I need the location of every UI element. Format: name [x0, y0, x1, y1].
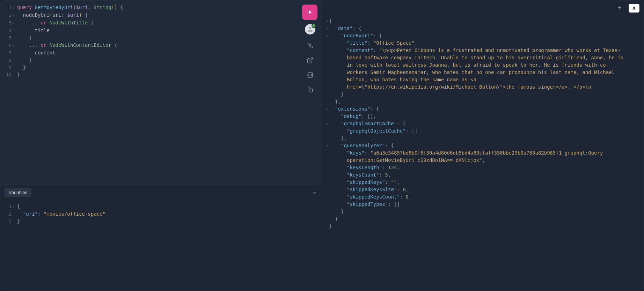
response-line: "title": "Office Space",	[322, 39, 644, 47]
fold-gutter[interactable]: ▾	[322, 142, 329, 149]
response-line: "skippedTypes": []	[322, 201, 644, 208]
code-line[interactable]: 10 }	[0, 71, 322, 79]
external-link-icon[interactable]	[307, 57, 314, 64]
response-line: "keysCount": 5,	[322, 171, 644, 179]
line-number: 2▾	[0, 12, 17, 19]
code-line[interactable]: 4 title	[0, 27, 322, 34]
code-line[interactable]: 7 content	[0, 49, 322, 57]
response-content: "title": "Office Space",	[329, 39, 437, 47]
response-line: }	[322, 91, 644, 98]
code-line[interactable]: 6▾ ... on NodeWithContentEditor {	[0, 42, 322, 49]
plus-icon	[617, 5, 622, 10]
response-content: "skippedKeysCount": 0,	[329, 193, 431, 201]
response-line: "skippedKeys": "",	[322, 179, 644, 186]
code-content[interactable]: }	[17, 34, 32, 42]
code-line[interactable]: 3▾ ... on NodeWithTitle {	[0, 19, 322, 27]
fold-gutter	[322, 39, 329, 47]
response-line: "graphqlObjectCache": []	[322, 127, 644, 135]
response-line: }	[322, 223, 644, 230]
fold-gutter	[322, 98, 329, 105]
fold-gutter	[322, 127, 329, 135]
fold-gutter	[322, 215, 329, 223]
code-content[interactable]: "uri": "movies/office-space"	[17, 210, 105, 218]
query-editor[interactable]: 1▾query GetMovieByUri($uri: String!) {2▾…	[0, 0, 322, 185]
fold-gutter[interactable]: ▾	[322, 120, 329, 127]
code-line[interactable]: 2▾ nodeByUri(uri: $uri) {	[0, 12, 322, 19]
variables-header: Variables	[0, 185, 322, 200]
fold-gutter[interactable]: ▾	[322, 25, 329, 32]
response-content: }	[329, 215, 357, 223]
response-line: }	[322, 215, 644, 223]
variables-editor[interactable]: 1▾{2 "uri": "movies/office-space"3 }	[0, 200, 322, 291]
line-number: 10	[0, 71, 17, 79]
code-content[interactable]: }	[17, 218, 20, 225]
fold-gutter	[322, 149, 329, 164]
code-content[interactable]: title	[17, 27, 50, 34]
response-line: "skippedKeysCount": 0,	[322, 193, 644, 201]
response-line: "content": "\n<p>Peter Gibbons is a frus…	[322, 47, 644, 91]
prettify-icon[interactable]	[307, 42, 314, 49]
fold-gutter[interactable]: ▾	[322, 32, 329, 39]
code-line[interactable]: 9 }	[0, 64, 322, 71]
close-button[interactable]: X	[629, 4, 639, 13]
response-content: "nodeByUri": {	[329, 32, 402, 39]
response-content: "keys": "a6a3e34857bd8b0f6f30a4d80d6eb5b…	[329, 149, 644, 164]
line-number: 2	[0, 210, 17, 218]
avatar[interactable]	[305, 24, 315, 35]
line-number: 6▾	[0, 42, 17, 49]
response-line: ▾{	[322, 17, 644, 25]
line-number: 3	[0, 218, 17, 225]
fold-gutter	[322, 208, 329, 215]
play-icon	[307, 9, 313, 15]
variables-tab[interactable]: Variables	[5, 188, 31, 197]
code-content[interactable]: {	[17, 203, 20, 210]
fold-gutter	[322, 91, 329, 98]
graphiql-app: 1▾query GetMovieByUri($uri: String!) {2▾…	[0, 0, 644, 291]
response-content: "skippedKeys": "",	[329, 179, 419, 186]
response-content: },	[329, 135, 366, 142]
user-icon	[307, 26, 314, 33]
fold-gutter	[322, 171, 329, 179]
code-content[interactable]: ... on NodeWithTitle {	[17, 19, 94, 27]
code-line[interactable]: 1▾query GetMovieByUri($uri: String!) {	[0, 4, 322, 12]
chevron-down-icon[interactable]	[312, 190, 317, 195]
response-content: "extensions": {	[329, 105, 398, 113]
code-content[interactable]: query GetMovieByUri($uri: String!) {	[17, 4, 123, 12]
code-content[interactable]: }	[17, 57, 32, 64]
fold-gutter[interactable]: ▾	[322, 17, 329, 25]
copy-icon[interactable]	[307, 86, 314, 93]
fold-gutter	[322, 47, 329, 91]
response-line: },	[322, 135, 644, 142]
response-content: }	[329, 91, 363, 98]
response-content: {	[329, 17, 351, 25]
fold-gutter[interactable]: ▾	[322, 105, 329, 113]
response-viewer[interactable]: ▾{▾"data": {▾"nodeByUri": {"title": "Off…	[322, 16, 644, 291]
code-line[interactable]: 2 "uri": "movies/office-space"	[0, 210, 322, 218]
code-line[interactable]: 3 }	[0, 218, 322, 225]
line-number: 1▾	[0, 203, 17, 210]
code-content[interactable]: ... on NodeWithContentEditor {	[17, 42, 117, 49]
response-content: "data": {	[329, 25, 381, 32]
code-line[interactable]: 8 }	[0, 57, 322, 64]
response-content: "content": "\n<p>Peter Gibbons is a frus…	[329, 47, 644, 91]
run-button[interactable]	[302, 5, 317, 20]
response-line: }	[322, 208, 644, 215]
line-number: 4	[0, 27, 17, 34]
code-content[interactable]: content	[17, 49, 56, 57]
response-line: "keys": "a6a3e34857bd8b0f6f30a4d80d6eb5b…	[322, 149, 644, 164]
response-line: "skippedKeysSize": 0,	[322, 186, 644, 193]
code-content[interactable]: }	[17, 64, 26, 71]
code-line[interactable]: 1▾{	[0, 203, 322, 210]
fold-gutter	[322, 223, 329, 230]
fold-gutter	[322, 193, 329, 201]
merge-icon[interactable]	[307, 72, 314, 79]
code-content[interactable]: }	[17, 71, 20, 79]
response-line: ▾"nodeByUri": {	[322, 32, 644, 39]
response-content: "graphqlObjectCache": []	[329, 127, 437, 135]
code-content[interactable]: nodeByUri(uri: $uri) {	[17, 12, 88, 19]
response-line: },	[322, 98, 644, 105]
add-tab-button[interactable]	[614, 3, 625, 13]
response-content: "keysCount": 5,	[329, 171, 410, 179]
code-line[interactable]: 5 }	[0, 34, 322, 42]
response-line: ▾"queryAnalyzer": {	[322, 142, 644, 149]
